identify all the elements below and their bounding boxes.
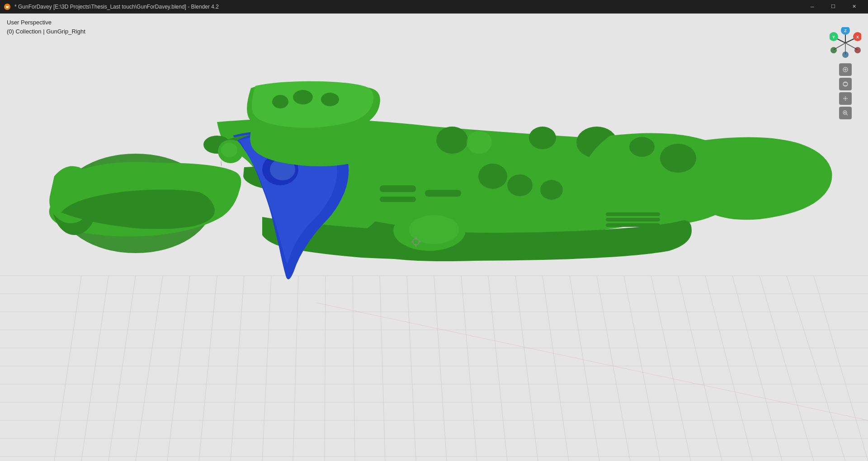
svg-rect-69 bbox=[606, 218, 660, 221]
svg-line-18 bbox=[167, 276, 190, 461]
orbit-button[interactable] bbox=[839, 78, 852, 90]
maximize-button[interactable]: ☐ bbox=[823, 0, 844, 14]
svg-rect-68 bbox=[606, 212, 660, 216]
axis-gizmo[interactable]: Z X Y bbox=[830, 27, 861, 59]
svg-point-86 bbox=[842, 52, 849, 58]
svg-line-15 bbox=[81, 276, 108, 461]
svg-line-33 bbox=[597, 276, 630, 461]
svg-line-39 bbox=[760, 276, 814, 461]
gizmo-tools bbox=[839, 63, 852, 119]
svg-line-30 bbox=[515, 276, 538, 461]
svg-rect-65 bbox=[380, 185, 416, 192]
svg-point-90 bbox=[830, 47, 837, 53]
svg-point-45 bbox=[272, 95, 288, 108]
svg-point-63 bbox=[507, 174, 533, 196]
svg-point-59 bbox=[221, 143, 237, 157]
svg-point-95 bbox=[844, 98, 846, 99]
svg-rect-70 bbox=[606, 223, 660, 227]
svg-point-52 bbox=[660, 144, 696, 173]
svg-point-2 bbox=[6, 5, 8, 6]
svg-point-49 bbox=[467, 131, 492, 154]
svg-line-37 bbox=[705, 276, 753, 461]
collection-label: (0) Collection | GunGrip_Right bbox=[7, 27, 85, 36]
svg-line-41 bbox=[814, 276, 868, 461]
perspective-label: User Perspective bbox=[7, 18, 85, 27]
svg-line-23 bbox=[325, 276, 326, 461]
minimize-button[interactable]: ─ bbox=[802, 0, 823, 14]
svg-line-16 bbox=[108, 276, 136, 461]
svg-line-28 bbox=[461, 276, 477, 461]
svg-point-62 bbox=[478, 164, 507, 189]
svg-line-31 bbox=[542, 276, 569, 461]
svg-line-27 bbox=[434, 276, 447, 461]
svg-line-20 bbox=[231, 276, 244, 461]
zoom-button[interactable] bbox=[839, 107, 852, 119]
svg-point-48 bbox=[436, 127, 468, 154]
svg-point-47 bbox=[321, 93, 339, 106]
svg-line-17 bbox=[136, 276, 163, 461]
titlebar-controls: ─ ☐ ✕ bbox=[802, 0, 864, 14]
svg-line-32 bbox=[570, 276, 599, 461]
titlebar-left: * GunForDavey [E:\3D Projects\Thesis_Las… bbox=[4, 3, 219, 10]
svg-line-97 bbox=[846, 114, 848, 115]
viewport[interactable]: User Perspective (0) Collection | GunGri… bbox=[0, 14, 868, 461]
svg-line-22 bbox=[293, 276, 298, 461]
svg-line-25 bbox=[380, 276, 385, 461]
close-button[interactable]: ✕ bbox=[844, 0, 864, 14]
zoom-fit-button[interactable] bbox=[839, 63, 852, 76]
svg-text:X: X bbox=[856, 35, 859, 39]
svg-text:Y: Y bbox=[832, 35, 835, 39]
svg-point-53 bbox=[629, 137, 655, 157]
svg-line-38 bbox=[732, 276, 782, 461]
svg-line-24 bbox=[353, 276, 355, 461]
svg-point-64 bbox=[540, 180, 563, 200]
gizmo-container: Z X Y bbox=[830, 27, 861, 119]
svg-point-61 bbox=[409, 215, 459, 244]
svg-point-46 bbox=[293, 90, 313, 104]
svg-line-19 bbox=[199, 276, 217, 461]
svg-line-21 bbox=[262, 276, 271, 461]
titlebar: * GunForDavey [E:\3D Projects\Thesis_Las… bbox=[0, 0, 868, 14]
window-title: * GunForDavey [E:\3D Projects\Thesis_Las… bbox=[14, 4, 219, 10]
svg-point-88 bbox=[854, 47, 861, 53]
svg-rect-67 bbox=[380, 197, 416, 202]
viewport-info: User Perspective (0) Collection | GunGri… bbox=[7, 18, 85, 36]
svg-line-29 bbox=[488, 276, 507, 461]
svg-line-26 bbox=[407, 276, 416, 461]
svg-point-51 bbox=[529, 127, 556, 149]
svg-rect-66 bbox=[425, 190, 461, 197]
svg-line-40 bbox=[787, 276, 845, 461]
svg-text:Z: Z bbox=[844, 28, 847, 33]
svg-line-14 bbox=[54, 276, 81, 461]
blender-icon bbox=[4, 3, 11, 10]
svg-line-42 bbox=[316, 303, 868, 420]
svg-line-34 bbox=[624, 276, 660, 461]
model-viewport bbox=[0, 14, 868, 461]
pan-button[interactable] bbox=[839, 92, 852, 105]
